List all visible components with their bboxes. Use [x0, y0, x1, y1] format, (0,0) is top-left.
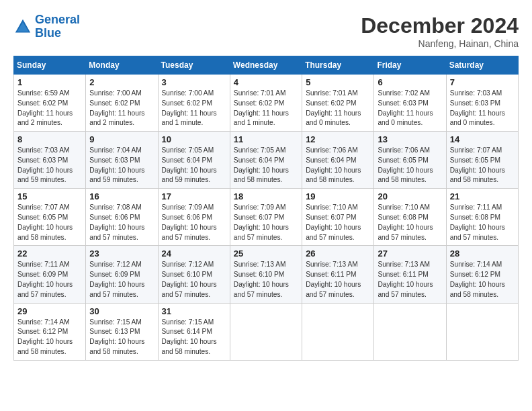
weekday-header-thursday: Thursday [302, 56, 374, 75]
weekday-header-saturday: Saturday [446, 56, 518, 75]
logo-text: GeneralBlue [35, 13, 80, 40]
day-number: 22 [17, 248, 82, 259]
weekday-header-wednesday: Wednesday [230, 56, 302, 75]
day-number: 3 [162, 77, 226, 87]
day-info: Sunrise: 7:05 AMSunset: 6:04 PMDaylight:… [234, 146, 298, 185]
day-number: 13 [378, 134, 442, 144]
day-info: Sunrise: 7:02 AMSunset: 6:03 PMDaylight:… [378, 89, 442, 128]
day-info: Sunrise: 7:00 AMSunset: 6:02 PMDaylight:… [89, 89, 154, 128]
calendar-day-cell [302, 303, 374, 360]
calendar-day-cell: 30Sunrise: 7:15 AMSunset: 6:13 PMDayligh… [86, 303, 158, 360]
day-info: Sunrise: 7:06 AMSunset: 6:05 PMDaylight:… [378, 146, 442, 185]
day-info: Sunrise: 7:03 AMSunset: 6:03 PMDaylight:… [17, 146, 82, 185]
day-number: 31 [162, 306, 226, 316]
calendar-week-row: 15Sunrise: 7:07 AMSunset: 6:05 PMDayligh… [14, 189, 519, 246]
day-info: Sunrise: 7:08 AMSunset: 6:06 PMDaylight:… [89, 203, 154, 242]
day-info: Sunrise: 7:15 AMSunset: 6:14 PMDaylight:… [162, 318, 226, 357]
day-number: 17 [162, 191, 226, 201]
calendar-day-cell: 31Sunrise: 7:15 AMSunset: 6:14 PMDayligh… [158, 303, 230, 360]
day-info: Sunrise: 7:09 AMSunset: 6:06 PMDaylight:… [162, 203, 226, 242]
day-info: Sunrise: 7:13 AMSunset: 6:11 PMDaylight:… [306, 260, 370, 300]
calendar-day-cell [446, 303, 518, 360]
day-info: Sunrise: 7:14 AMSunset: 6:12 PMDaylight:… [450, 260, 515, 300]
day-info: Sunrise: 7:00 AMSunset: 6:02 PMDaylight:… [162, 89, 226, 128]
day-info: Sunrise: 7:12 AMSunset: 6:10 PMDaylight:… [162, 260, 226, 300]
day-number: 9 [89, 134, 154, 144]
calendar-day-cell: 27Sunrise: 7:13 AMSunset: 6:11 PMDayligh… [374, 246, 446, 303]
day-number: 26 [306, 248, 370, 259]
weekday-header-sunday: Sunday [14, 56, 86, 75]
day-info: Sunrise: 7:13 AMSunset: 6:11 PMDaylight:… [378, 260, 442, 300]
weekday-header-friday: Friday [374, 56, 446, 75]
calendar-day-cell: 18Sunrise: 7:09 AMSunset: 6:07 PMDayligh… [230, 189, 302, 246]
day-info: Sunrise: 7:07 AMSunset: 6:05 PMDaylight:… [450, 146, 515, 185]
calendar-day-cell: 12Sunrise: 7:06 AMSunset: 6:04 PMDayligh… [302, 132, 374, 189]
calendar-day-cell [230, 303, 302, 360]
calendar-day-cell: 11Sunrise: 7:05 AMSunset: 6:04 PMDayligh… [230, 132, 302, 189]
day-info: Sunrise: 7:10 AMSunset: 6:07 PMDaylight:… [306, 203, 370, 242]
day-info: Sunrise: 7:12 AMSunset: 6:09 PMDaylight:… [89, 260, 154, 300]
day-number: 25 [234, 248, 298, 259]
day-info: Sunrise: 7:01 AMSunset: 6:02 PMDaylight:… [306, 89, 370, 128]
calendar-day-cell: 15Sunrise: 7:07 AMSunset: 6:05 PMDayligh… [14, 189, 86, 246]
calendar-day-cell: 21Sunrise: 7:11 AMSunset: 6:08 PMDayligh… [446, 189, 518, 246]
page-header: GeneralBlue December 2024 Nanfeng, Haina… [13, 13, 519, 49]
calendar-day-cell: 26Sunrise: 7:13 AMSunset: 6:11 PMDayligh… [302, 246, 374, 303]
calendar-day-cell: 23Sunrise: 7:12 AMSunset: 6:09 PMDayligh… [86, 246, 158, 303]
weekday-header-monday: Monday [86, 56, 158, 75]
calendar-day-cell: 4Sunrise: 7:01 AMSunset: 6:02 PMDaylight… [230, 75, 302, 132]
day-number: 24 [162, 248, 226, 259]
day-number: 15 [17, 191, 82, 201]
calendar-day-cell: 29Sunrise: 7:14 AMSunset: 6:12 PMDayligh… [14, 303, 86, 360]
calendar-day-cell: 24Sunrise: 7:12 AMSunset: 6:10 PMDayligh… [158, 246, 230, 303]
day-number: 18 [234, 191, 298, 201]
day-number: 28 [450, 248, 515, 259]
day-number: 8 [17, 134, 82, 144]
day-number: 23 [89, 248, 154, 259]
day-info: Sunrise: 7:13 AMSunset: 6:10 PMDaylight:… [234, 260, 298, 300]
calendar-week-row: 8Sunrise: 7:03 AMSunset: 6:03 PMDaylight… [14, 132, 519, 189]
day-number: 10 [162, 134, 226, 144]
day-info: Sunrise: 7:15 AMSunset: 6:13 PMDaylight:… [89, 318, 154, 357]
calendar-day-cell: 20Sunrise: 7:10 AMSunset: 6:08 PMDayligh… [374, 189, 446, 246]
day-info: Sunrise: 7:05 AMSunset: 6:04 PMDaylight:… [162, 146, 226, 185]
day-number: 2 [89, 77, 154, 87]
calendar-day-cell: 7Sunrise: 7:03 AMSunset: 6:03 PMDaylight… [446, 75, 518, 132]
day-number: 6 [378, 77, 442, 87]
calendar-day-cell: 22Sunrise: 7:11 AMSunset: 6:09 PMDayligh… [14, 246, 86, 303]
day-info: Sunrise: 7:03 AMSunset: 6:03 PMDaylight:… [450, 89, 515, 128]
title-block: December 2024 Nanfeng, Hainan, China [361, 13, 519, 49]
day-number: 20 [378, 191, 442, 201]
calendar-table: SundayMondayTuesdayWednesdayThursdayFrid… [13, 56, 519, 361]
calendar-day-cell: 1Sunrise: 6:59 AMSunset: 6:02 PMDaylight… [14, 75, 86, 132]
calendar-day-cell: 3Sunrise: 7:00 AMSunset: 6:02 PMDaylight… [158, 75, 230, 132]
day-number: 29 [17, 306, 82, 316]
calendar-day-cell: 5Sunrise: 7:01 AMSunset: 6:02 PMDaylight… [302, 75, 374, 132]
calendar-day-cell: 28Sunrise: 7:14 AMSunset: 6:12 PMDayligh… [446, 246, 518, 303]
day-info: Sunrise: 7:04 AMSunset: 6:03 PMDaylight:… [89, 146, 154, 185]
calendar-day-cell: 2Sunrise: 7:00 AMSunset: 6:02 PMDaylight… [86, 75, 158, 132]
day-number: 19 [306, 191, 370, 201]
calendar-day-cell: 6Sunrise: 7:02 AMSunset: 6:03 PMDaylight… [374, 75, 446, 132]
day-number: 5 [306, 77, 370, 87]
day-info: Sunrise: 7:10 AMSunset: 6:08 PMDaylight:… [378, 203, 442, 242]
day-number: 7 [450, 77, 515, 87]
day-number: 1 [17, 77, 82, 87]
day-info: Sunrise: 7:06 AMSunset: 6:04 PMDaylight:… [306, 146, 370, 185]
calendar-day-cell: 14Sunrise: 7:07 AMSunset: 6:05 PMDayligh… [446, 132, 518, 189]
calendar-week-row: 22Sunrise: 7:11 AMSunset: 6:09 PMDayligh… [14, 246, 519, 303]
day-number: 11 [234, 134, 298, 144]
day-info: Sunrise: 7:07 AMSunset: 6:05 PMDaylight:… [17, 203, 82, 242]
calendar-day-cell: 10Sunrise: 7:05 AMSunset: 6:04 PMDayligh… [158, 132, 230, 189]
calendar-week-row: 29Sunrise: 7:14 AMSunset: 6:12 PMDayligh… [14, 303, 519, 360]
day-number: 4 [234, 77, 298, 87]
day-number: 14 [450, 134, 515, 144]
month-title: December 2024 [361, 13, 519, 38]
day-number: 27 [378, 248, 442, 259]
calendar-day-cell: 8Sunrise: 7:03 AMSunset: 6:03 PMDaylight… [14, 132, 86, 189]
calendar-day-cell: 13Sunrise: 7:06 AMSunset: 6:05 PMDayligh… [374, 132, 446, 189]
day-info: Sunrise: 7:09 AMSunset: 6:07 PMDaylight:… [234, 203, 298, 242]
logo-icon [13, 17, 32, 36]
calendar-day-cell [374, 303, 446, 360]
calendar-week-row: 1Sunrise: 6:59 AMSunset: 6:02 PMDaylight… [14, 75, 519, 132]
